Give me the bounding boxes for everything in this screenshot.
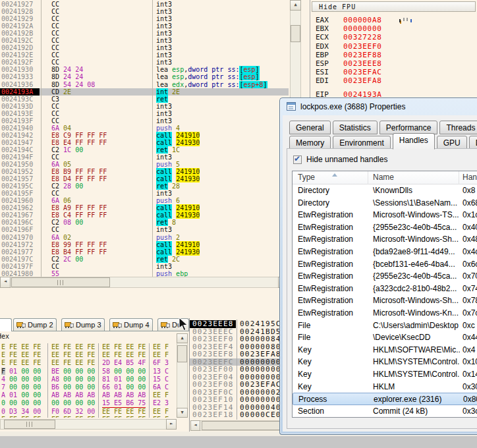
- dump-cell[interactable]: EE FE EE FE: [48, 351, 99, 359]
- register-row[interactable]: EAX000000A8: [310, 16, 477, 24]
- dump-cell[interactable]: EE FE EE FE: [99, 343, 150, 351]
- register-row[interactable]: ECX00327228: [310, 33, 477, 42]
- tab-disk-and[interactable]: Disk and: [469, 136, 477, 150]
- dump-cell[interactable]: 0 D3 34 00: [0, 408, 48, 416]
- dump-hscroll-thumb[interactable]: [4, 420, 55, 429]
- dialog-titlebar[interactable]: lockpos.exe (3688) Properties: [280, 98, 477, 115]
- dump-cell[interactable]: EE FE EE FE: [48, 416, 99, 418]
- dump-cell[interactable]: EE FE EE FE: [99, 416, 150, 418]
- disasm-row[interactable]: 0024192DCCint3: [0, 44, 289, 51]
- table-row[interactable]: Directory\KnownDlls0x8: [293, 184, 477, 197]
- table-row[interactable]: SectionCommit (24 kB)0x3c: [293, 405, 477, 417]
- table-row[interactable]: File\Device\KsecDD0x44: [293, 331, 477, 344]
- disasm-row[interactable]: 0024196FCCint3: [0, 226, 289, 233]
- dump-cell[interactable]: 00 00 00 00: [48, 399, 99, 407]
- dump-cell[interactable]: A 01 00 00: [0, 391, 48, 399]
- column-header-name[interactable]: Name: [373, 173, 394, 182]
- disasm-row[interactable]: 00241947E8 E4 FF FF FFcall 241930: [0, 139, 289, 146]
- dump-cell[interactable]: 81 01 00 00: [99, 376, 150, 383]
- disasm-row[interactable]: 00241962E8 A9 FF FF FFcall 241910: [0, 204, 289, 211]
- disasm-row[interactable]: 002419606A 06push 6: [0, 197, 289, 204]
- stack-hscroll-thumb[interactable]: [202, 421, 282, 430]
- dump-cell[interactable]: A8 00 00 00: [48, 376, 99, 383]
- tab-handles[interactable]: Handles: [393, 133, 435, 150]
- disasm-row[interactable]: 0024192ACCint3: [0, 22, 289, 30]
- disasm-row[interactable]: 0024194CC2 1C 00ret 1C: [0, 146, 289, 154]
- dump-cell[interactable]: E FE EE FE: [0, 416, 48, 418]
- dump-cell[interactable]: EE F: [150, 343, 177, 351]
- dump-cell[interactable]: EE F: [150, 391, 177, 399]
- dump-cell[interactable]: E FE EE FE: [0, 343, 48, 351]
- disasm-hscroll-thumb[interactable]: [11, 277, 110, 287]
- register-row[interactable]: EDX0023EEF0: [310, 42, 477, 51]
- table-row[interactable]: KeyHKLM\SYSTEM\Control...0x14: [293, 368, 477, 381]
- dump-cell[interactable]: 15 C: [150, 376, 177, 383]
- dump-tab-dump-2[interactable]: Dump 2: [13, 318, 57, 331]
- table-row[interactable]: EtwRegistration{bda92ae8-9f11-4d49...0x4…: [293, 246, 477, 258]
- disasm-row[interactable]: 002419706A 02push 2: [0, 234, 289, 241]
- disasm-row[interactable]: 0024192CCCint3: [0, 37, 289, 44]
- disasm-row[interactable]: 00241927CCint3: [0, 1, 289, 8]
- disasm-row[interactable]: 0024197CC2 2C 00ret 2C: [0, 256, 289, 263]
- tab-gpu[interactable]: GPU: [437, 136, 467, 150]
- disasm-row[interactable]: 002419368D 54 24 08lea edx,dword ptr ss:…: [0, 81, 289, 88]
- table-row[interactable]: EtwRegistrationMicrosoft-Windows-Kn...0x…: [293, 307, 477, 320]
- dump-cell[interactable]: F 01 00 00: [0, 368, 48, 376]
- table-row[interactable]: EtwRegistrationMicrosoft-Windows-Sh...0x…: [293, 233, 477, 246]
- dump-cell[interactable]: BE 00 00 00: [48, 368, 99, 376]
- dump-cell[interactable]: 4 00 00 00: [0, 376, 48, 383]
- disasm-row[interactable]: 0024193ACD 2Eint 2E: [0, 88, 289, 96]
- tab-environment[interactable]: Environment: [333, 136, 390, 150]
- dump-cell[interactable]: E2 3: [150, 399, 177, 407]
- dump-cell[interactable]: 66 01 00 00: [99, 383, 150, 391]
- disasm-row[interactable]: 00241942E8 C9 FF FF FFcall 241910: [0, 132, 289, 139]
- table-row[interactable]: Processexplorer.exe (2316)0x80: [293, 393, 477, 405]
- dump-cell[interactable]: EE FE EE FE: [99, 351, 150, 359]
- table-row[interactable]: EtwRegistration{2955e23c-4e0b-45ca...0x7…: [293, 270, 477, 283]
- disasm-row[interactable]: 00241967E8 C4 FF FF FFcall 241930: [0, 211, 289, 219]
- disasm-row[interactable]: 002419406A 04push 4: [0, 125, 289, 132]
- column-header-handle[interactable]: Handle: [463, 173, 477, 182]
- table-row[interactable]: KeyHKLM\SOFTWARE\Mic...0x4: [293, 344, 477, 356]
- dump-cell[interactable]: E FE EE FE: [0, 359, 48, 367]
- dump-cell[interactable]: EE F: [150, 416, 177, 418]
- dump-cell[interactable]: AB AB AB AB: [48, 391, 99, 399]
- disasm-row[interactable]: 00241972E8 99 FF FF FFcall 241910: [0, 241, 289, 248]
- dump-cell[interactable]: AB AB AB AB: [99, 391, 150, 399]
- dump-cell[interactable]: 7 00 00 00: [0, 383, 48, 391]
- hide-fpu-button[interactable]: Hide FPU: [312, 1, 476, 12]
- disasm-row[interactable]: 00241952E8 B9 FF FF FFcall 241910: [0, 168, 289, 175]
- dump-cell[interactable]: 15 E5 B6 75: [99, 399, 150, 407]
- register-row[interactable]: EBP0023EF88: [310, 51, 477, 59]
- scroll-left-icon[interactable]: ◄: [0, 277, 11, 288]
- tab-statistics[interactable]: Statistics: [333, 121, 378, 134]
- scroll-right-icon[interactable]: ►: [166, 419, 177, 430]
- dump-cell[interactable]: 6F 3: [150, 359, 177, 367]
- dump-cell[interactable]: E FE EE FE: [0, 351, 48, 359]
- disasm-row[interactable]: 0024193ECCint3: [0, 110, 289, 117]
- dump-tab-dump-3[interactable]: Dump 3: [61, 318, 105, 331]
- table-row[interactable]: EtwRegistrationMicrosoft-Windows-Sh...0x…: [293, 294, 477, 307]
- table-row[interactable]: KeyHKLM\SYSTEM\Control...0x10: [293, 356, 477, 368]
- tab-threads[interactable]: Threads: [439, 121, 477, 134]
- disasm-row[interactable]: 0024192ECCint3: [0, 51, 289, 59]
- tab-memory[interactable]: Memory: [289, 136, 331, 150]
- table-row[interactable]: Directory\Sessions\1\BaseNam...0x68: [293, 197, 477, 210]
- disasm-row[interactable]: 0024193DCCint3: [0, 103, 289, 110]
- dump-cell[interactable]: EE FE EE FE: [48, 343, 99, 351]
- table-row[interactable]: EtwRegistration{2955e23c-4e0b-45ca...0x4…: [293, 221, 477, 234]
- scroll-up-icon[interactable]: ▲: [177, 333, 188, 343]
- dump-cell[interactable]: 58 00 00 00: [99, 368, 150, 376]
- disasm-row[interactable]: 0024195FCCint3: [0, 190, 289, 197]
- dump-tab-dump-4[interactable]: Dump 4: [109, 318, 153, 331]
- dump-tab-active-partial[interactable]: [0, 318, 12, 331]
- table-row[interactable]: EtwRegistration{bcebf131-e4e6-4ba4...0x6…: [293, 258, 477, 271]
- disasm-row[interactable]: 0024194FCCint3: [0, 154, 289, 161]
- dump-cell[interactable]: B6 00 00 00: [48, 383, 99, 391]
- dump-cell[interactable]: EE F: [150, 351, 177, 359]
- disasm-row[interactable]: 00241977E8 B4 FF FF FFcall 241930: [0, 248, 289, 256]
- register-row[interactable]: ESI0023EFAC: [310, 68, 477, 76]
- disasm-row[interactable]: 002419338D 24 24lea esp,dword ptr ss:[es…: [0, 73, 289, 80]
- dump-cell[interactable]: EE FE EE FE: [99, 408, 150, 416]
- tab-general[interactable]: General: [289, 121, 331, 134]
